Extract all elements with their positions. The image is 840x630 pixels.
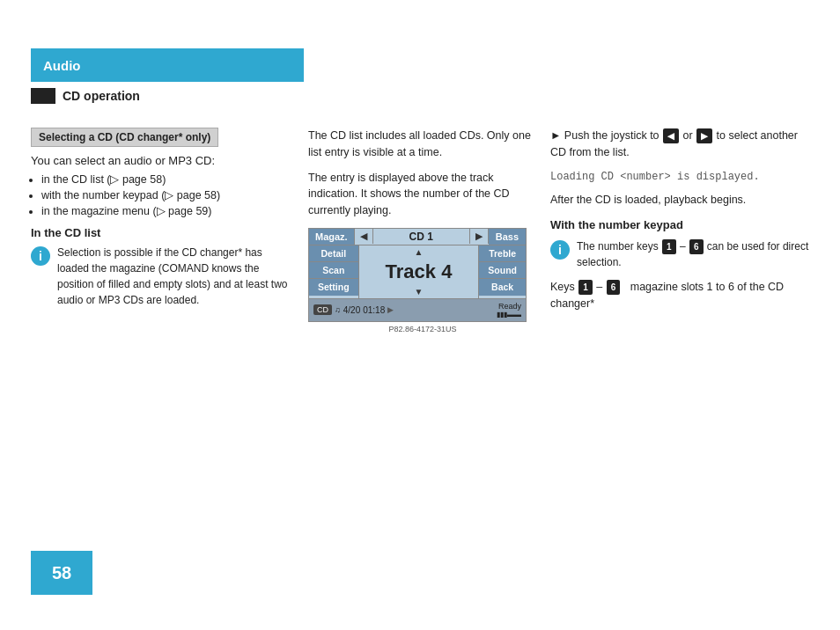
cd-arrow-right[interactable] [469,229,489,244]
info-box: i Selection is possible if the CD change… [31,245,291,308]
subheader: CD operation [31,88,140,104]
right-column: ► Push the joystick to ◀ or ▶ to select … [550,128,810,319]
section-title: Selecting a CD (CD changer* only) [31,128,218,147]
cd-screen: Magaz. CD 1 Bass Detail Scan Setting Tra… [308,228,527,322]
in-cd-list-title: In the CD list [31,226,291,239]
number-info-text: The number keys 1 – 6 can be used for di… [577,240,808,268]
cd-track-display: Track 4 [359,245,479,298]
right-info-box: i The number keys 1 – 6 can be used for … [550,238,810,270]
right-bullet1: Push the joystick to ◀ or ▶ to select an… [550,129,798,158]
keys-badge-1: 1 [578,280,593,295]
cd-setting-btn[interactable]: Setting [309,279,358,296]
info-text: Selection is possible if the CD changer*… [57,245,291,308]
keys-badge-6: 6 [607,280,621,295]
cd-status-right: Ready ▮▮▮▬▬ [497,302,521,319]
key-num-6: 6 [689,239,704,254]
cd-sound-btn[interactable]: Sound [479,262,526,279]
cd-up-arrow[interactable] [415,247,424,257]
with-number-title: With the number keypad [550,218,810,231]
mid-column: The CD list includes all loaded CDs. Onl… [308,128,537,333]
header-bar: Audio [31,48,304,82]
cd-ready: Ready [498,302,521,311]
cd-status-left: CD ♫ 4/20 01:18 ▶ [313,304,394,315]
cd-bass-btn[interactable]: Bass [489,229,526,245]
cd-left-buttons: Detail Scan Setting [309,245,359,298]
cd-arrow-left[interactable] [355,229,373,244]
intro-text: You can select an audio or MP3 CD: [31,154,291,167]
key-badge-left: ◀ [663,128,679,143]
page-number-box: 58 [31,551,92,595]
cd-down-arrow[interactable] [415,287,424,297]
cd-track-text: Track 4 [386,260,453,283]
loading-code: Loading CD <number> is displayed. [550,171,760,183]
right-loading: Loading CD <number> is displayed. [550,168,810,185]
bullet-item-1: in the CD list (▷ page 58) [41,172,291,186]
cd-mid-section: Detail Scan Setting Track 4 Treble Sound… [309,245,526,298]
header-title: Audio [43,58,81,73]
page-number: 58 [52,563,71,583]
mid-para2: The entry is displayed above the track i… [308,170,537,219]
left-column: Selecting a CD (CD changer* only) You ca… [31,128,291,308]
cd-top-row: Magaz. CD 1 Bass [309,229,526,245]
right-info-icon: i [550,240,570,260]
keys-text: Keys 1 – 6 magazine slots 1 to 6 of the … [550,279,810,312]
bullet-item-3: in the magazine menu (▷ page 59) [41,204,291,217]
key-num-1: 1 [662,239,676,254]
mid-para1: The CD list includes all loaded CDs. Onl… [308,128,537,161]
subheader-bar [31,88,55,104]
bullet-item-2: with the number keypad (▷ page 58) [41,188,291,201]
subheader-text: CD operation [63,89,140,103]
cd-scan-btn[interactable]: Scan [309,262,358,279]
info-icon: i [31,246,50,266]
cd-part-number: P82.86-4172-31US [308,325,537,333]
cd-cd1-label: CD 1 [373,231,469,243]
cd-status-row: CD ♫ 4/20 01:18 ▶ Ready ▮▮▮▬▬ [309,298,526,321]
cd-right-buttons: Treble Sound Back [478,245,526,298]
cd-time: 01:18 [363,305,385,315]
cd-magaz-btn[interactable]: Magaz. [309,229,355,245]
key-badge-right: ▶ [696,128,712,143]
cd-icon: CD [313,304,332,315]
right-para1: ► Push the joystick to ◀ or ▶ to select … [550,128,810,161]
bullet-list: in the CD list (▷ page 58) with the numb… [41,172,291,217]
right-after: After the CD is loaded, playback begins. [550,192,810,209]
right-info-text: The number keys 1 – 6 can be used for di… [577,238,810,270]
cd-treble-btn[interactable]: Treble [479,245,526,262]
cd-detail-btn[interactable]: Detail [309,245,358,262]
cd-position: 4/20 [343,305,360,315]
cd-back-btn[interactable]: Back [479,279,526,296]
